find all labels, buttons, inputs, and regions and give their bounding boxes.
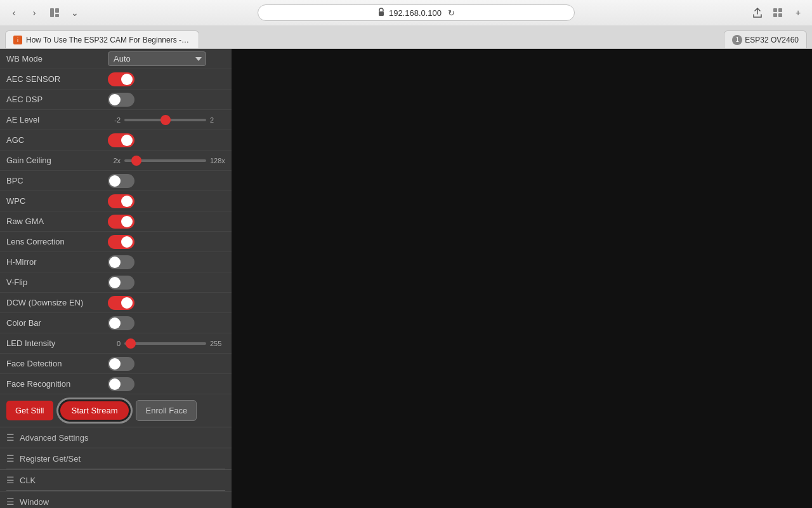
new-tab-button[interactable]: +	[789, 4, 807, 22]
h-mirror-row: H-Mirror	[0, 252, 232, 272]
aec-dsp-toggle[interactable]	[108, 93, 134, 107]
svg-rect-5	[778, 8, 782, 12]
back-button[interactable]: ‹	[5, 4, 23, 22]
wb-mode-control: Auto Sunny Cloudy Office Home	[108, 51, 225, 66]
aec-sensor-row: AEC SENSOR	[0, 69, 232, 90]
agc-toggle[interactable]	[108, 133, 134, 147]
window-label: Window	[20, 497, 49, 507]
left-panel: WB Mode Auto Sunny Cloudy Office Home AE…	[0, 49, 232, 508]
face-recognition-toggle[interactable]	[108, 377, 134, 391]
lens-correction-control	[108, 235, 225, 249]
v-flip-toggle[interactable]	[108, 276, 134, 290]
window-toggle-button[interactable]: ⌄	[66, 4, 84, 22]
advanced-settings-icon: ☰	[6, 432, 15, 443]
gain-ceiling-min: 2x	[108, 157, 121, 164]
url-bar[interactable]: 192.168.0.100 ↻	[258, 4, 575, 21]
browser-toolbar: ‹ › ⌄ 192.168.0.100 ↻ +	[0, 0, 812, 25]
active-tab[interactable]: i How To Use The ESP32 CAM For Beginners…	[5, 30, 199, 48]
wpc-row: WPC	[0, 191, 232, 211]
h-mirror-control	[108, 255, 225, 269]
aec-sensor-toggle[interactable]	[108, 72, 134, 86]
face-recognition-row: Face Recognition	[0, 374, 232, 394]
raw-gma-label: Raw GMA	[6, 217, 108, 226]
side-tab-num: 1	[732, 35, 742, 45]
led-intensity-min: 0	[108, 340, 121, 347]
get-still-button[interactable]: Get Still	[6, 401, 53, 420]
svg-rect-1	[55, 8, 59, 13]
enroll-face-button[interactable]: Enroll Face	[136, 400, 197, 421]
face-detection-label: Face Detection	[6, 359, 108, 368]
start-stream-button[interactable]: Start Stream	[58, 399, 131, 422]
share-button[interactable]	[749, 4, 766, 22]
aec-sensor-control	[108, 72, 225, 86]
svg-rect-2	[55, 14, 59, 17]
lens-correction-label: Lens Correction	[6, 237, 108, 246]
wb-mode-label: WB Mode	[6, 54, 108, 64]
clk-section[interactable]: ☰ CLK	[0, 469, 232, 490]
aec-dsp-control	[108, 93, 225, 107]
aec-dsp-label: AEC DSP	[6, 95, 108, 104]
forward-button[interactable]: ›	[25, 4, 43, 22]
h-mirror-label: H-Mirror	[6, 257, 108, 267]
lens-correction-toggle[interactable]	[108, 235, 134, 249]
ae-level-slider[interactable]	[124, 119, 206, 121]
wb-mode-select[interactable]: Auto Sunny Cloudy Office Home	[108, 51, 206, 66]
face-recognition-control	[108, 377, 225, 391]
ae-level-label: AE Level	[6, 115, 108, 124]
reload-icon[interactable]: ↻	[448, 8, 455, 18]
bpc-label: BPC	[6, 176, 108, 185]
register-icon: ☰	[6, 453, 15, 464]
register-label: Register Get/Set	[20, 454, 81, 464]
window-section[interactable]: ☰ Window	[0, 491, 232, 508]
face-detection-control	[108, 357, 225, 371]
bpc-row: BPC	[0, 171, 232, 191]
dcw-toggle[interactable]	[108, 296, 134, 310]
led-intensity-slider[interactable]	[124, 342, 206, 345]
face-detection-row: Face Detection	[0, 354, 232, 374]
gain-ceiling-row: Gain Ceiling 2x 128x	[0, 150, 232, 171]
ae-level-control: -2 2	[108, 116, 229, 124]
led-intensity-label: LED Intensity	[6, 338, 108, 348]
window-layout-button[interactable]	[46, 4, 63, 22]
main-layout: WB Mode Auto Sunny Cloudy Office Home AE…	[0, 49, 812, 508]
gain-ceiling-slider[interactable]	[124, 159, 206, 162]
led-intensity-max: 255	[210, 340, 229, 347]
action-buttons-row: Get Still Start Stream Enroll Face	[0, 394, 232, 427]
v-flip-row: V-Flip	[0, 272, 232, 293]
gain-ceiling-label: Gain Ceiling	[6, 156, 108, 165]
clk-label: CLK	[20, 476, 36, 485]
browser-chrome: ‹ › ⌄ 192.168.0.100 ↻ +	[0, 0, 812, 49]
agc-label: AGC	[6, 135, 108, 145]
wpc-toggle[interactable]	[108, 194, 134, 208]
gain-ceiling-control: 2x 128x	[108, 157, 229, 164]
tab-bar: i How To Use The ESP32 CAM For Beginners…	[0, 25, 812, 48]
dcw-label: DCW (Downsize EN)	[6, 298, 108, 307]
wpc-control	[108, 194, 225, 208]
grid-button[interactable]	[769, 4, 787, 22]
raw-gma-row: Raw GMA	[0, 211, 232, 232]
gain-ceiling-max: 128x	[210, 157, 229, 164]
svg-rect-4	[773, 8, 777, 12]
color-bar-row: Color Bar	[0, 313, 232, 333]
camera-feed-panel	[232, 49, 812, 508]
svg-rect-0	[50, 8, 54, 17]
side-tab-title: ESP32 OV2460	[745, 36, 799, 44]
advanced-settings-section[interactable]: ☰ Advanced Settings	[0, 427, 232, 448]
color-bar-toggle[interactable]	[108, 316, 134, 330]
svg-rect-6	[773, 13, 777, 17]
h-mirror-toggle[interactable]	[108, 255, 134, 269]
register-section[interactable]: ☰ Register Get/Set	[0, 448, 232, 469]
agc-control	[108, 133, 225, 147]
dcw-control	[108, 296, 225, 310]
side-tab[interactable]: 1 ESP32 OV2460	[724, 30, 807, 48]
agc-row: AGC	[0, 130, 232, 150]
advanced-settings-label: Advanced Settings	[20, 433, 88, 443]
url-text: 192.168.0.100	[389, 8, 442, 18]
svg-rect-3	[379, 11, 384, 16]
bpc-toggle[interactable]	[108, 174, 134, 188]
raw-gma-toggle[interactable]	[108, 215, 134, 229]
led-intensity-control: 0 255	[108, 340, 229, 347]
url-bar-container: 192.168.0.100 ↻	[86, 4, 746, 21]
face-detection-toggle[interactable]	[108, 357, 134, 371]
clk-icon: ☰	[6, 475, 15, 485]
